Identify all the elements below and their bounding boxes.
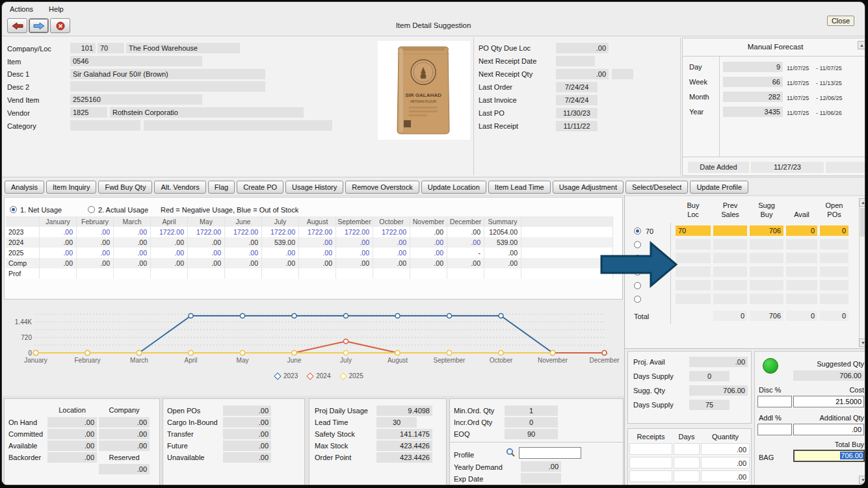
profile-input[interactable]	[519, 447, 581, 459]
buy-cell[interactable]	[786, 280, 817, 290]
usage-cell-empty	[447, 268, 484, 279]
buy-cell[interactable]	[786, 239, 817, 250]
menu-actions[interactable]: Actions	[10, 5, 33, 13]
divider	[625, 348, 865, 349]
net-usage-label[interactable]: 1. Net Usage	[20, 205, 62, 214]
action-button-item-lead-time[interactable]: Item Lead Time	[488, 181, 551, 194]
action-button-alt-vendors[interactable]: Alt. Vendors	[154, 181, 205, 194]
buy-cell[interactable]	[713, 225, 747, 236]
action-button-item-inquiry[interactable]: Item Inquiry	[46, 181, 96, 194]
menu-help[interactable]: Help	[49, 5, 64, 13]
buy-cell[interactable]	[713, 294, 747, 304]
scrollbar-thumb[interactable]	[860, 208, 865, 237]
buy-location-radio[interactable]	[634, 227, 641, 235]
usage-cell: 12054.00	[484, 227, 521, 237]
buy-location-radio[interactable]	[634, 296, 641, 303]
scroll-up-icon[interactable]: ▲	[859, 198, 865, 207]
po-info-field: 7/24/24	[556, 82, 598, 92]
buy-cell[interactable]	[676, 280, 711, 290]
company-field: 101	[70, 43, 96, 53]
buy-cell[interactable]	[676, 294, 711, 304]
inbound-label: Transfer	[167, 430, 194, 439]
action-button-update-profile[interactable]: Update Profile	[690, 181, 748, 194]
usage-row-label: 2025	[6, 248, 40, 258]
search-icon[interactable]	[506, 448, 516, 457]
addl-input[interactable]	[757, 424, 792, 435]
net-usage-radio[interactable]	[10, 206, 17, 213]
buy-cell[interactable]	[676, 266, 711, 277]
usage-cell: .00	[373, 248, 410, 258]
actual-usage-label[interactable]: 2. Actual Usage	[98, 205, 148, 214]
inventory-row-label: Backorder	[8, 453, 41, 462]
po-info-field: .00	[556, 43, 609, 53]
usage-cell: .00	[114, 227, 151, 237]
buy-cell[interactable]	[786, 266, 817, 277]
buy-cell[interactable]: 0	[786, 225, 817, 236]
inventory-panel: LocationCompanyOn Hand.00.00Committed.00…	[4, 398, 160, 485]
cost-input[interactable]: 21.5000	[793, 396, 864, 407]
svg-text:April: April	[184, 357, 197, 364]
buy-cell[interactable]	[713, 266, 747, 277]
inbound-field: .00	[223, 429, 271, 439]
action-button-usage-adjustment[interactable]: Usage Adjustment	[553, 181, 624, 194]
buy-cell[interactable]	[713, 253, 747, 263]
flour-bag-image: SIR GALAHAD ARTISAN FLOUR	[378, 41, 470, 140]
buy-cell[interactable]	[713, 280, 747, 290]
buy-cell[interactable]	[786, 294, 817, 304]
usage-row-label: 2024	[6, 237, 40, 248]
buy-cell[interactable]	[750, 294, 783, 304]
buy-cell[interactable]	[750, 266, 783, 277]
action-button-remove-overstock[interactable]: Remove Overstock	[345, 181, 419, 194]
action-button-create-po[interactable]: Create PO	[237, 181, 283, 194]
close-button[interactable]: Close	[827, 16, 854, 26]
usage-cell: 1722.00	[151, 227, 188, 237]
scroll-up-icon[interactable]: ▲	[858, 41, 865, 49]
usage-column-header: July	[262, 216, 299, 227]
item-number-field: 0546	[70, 56, 202, 66]
stock-field: 9.4098	[376, 405, 432, 416]
buy-cell[interactable]	[786, 253, 817, 263]
buy-cell[interactable]: 706	[750, 225, 783, 236]
action-button-select-deselect[interactable]: Select/Deselect	[625, 181, 688, 194]
buy-cell[interactable]	[713, 239, 747, 250]
usage-cell: .00	[336, 237, 373, 248]
action-button-flag[interactable]: Flag	[208, 181, 235, 194]
buy-cell[interactable]	[676, 253, 711, 263]
buy-cell[interactable]	[820, 294, 848, 304]
usage-cell: .00	[410, 227, 447, 237]
buy-cell[interactable]	[820, 280, 848, 290]
scroll-down-icon[interactable]: ▼	[859, 476, 865, 484]
receipts-cell	[629, 457, 672, 469]
usage-column-header: December	[447, 216, 484, 227]
disc-input[interactable]	[757, 396, 792, 407]
buy-cell[interactable]	[750, 253, 783, 263]
action-button-analysis[interactable]: Analysis	[5, 181, 44, 194]
po-info-label: Next Receipt Qty	[479, 70, 533, 79]
buy-cell[interactable]	[820, 253, 848, 263]
ordering-label: EOQ	[454, 430, 469, 439]
forecast-to-date: - 12/06/25	[816, 94, 843, 103]
usage-cell: .00	[299, 237, 336, 248]
inbound-label: Unavailable	[167, 453, 204, 462]
buy-cell[interactable]: 70	[676, 225, 711, 236]
additional-qty-input[interactable]: .00	[793, 424, 864, 435]
buy-location-radio-label[interactable]: 70	[646, 227, 653, 236]
usage-cell: 1722.00	[225, 227, 262, 237]
buy-cell[interactable]	[676, 239, 711, 250]
usage-column-header: September	[336, 216, 373, 227]
total-buy-input[interactable]: 706.00	[793, 450, 865, 462]
buy-cell[interactable]	[750, 239, 783, 250]
buy-cell[interactable]	[820, 266, 848, 277]
usage-cell: .00	[114, 258, 151, 268]
action-button-fwd-buy-qty[interactable]: Fwd Buy Qty	[98, 181, 152, 194]
buy-cell[interactable]	[820, 239, 848, 250]
date-added-extra-field	[826, 162, 865, 173]
buy-cell[interactable]: 0	[820, 225, 848, 236]
action-button-usage-history[interactable]: Usage History	[285, 181, 343, 194]
actual-usage-radio[interactable]	[88, 206, 95, 213]
buy-cell[interactable]	[750, 280, 783, 290]
action-button-update-location[interactable]: Update Location	[421, 181, 486, 194]
po-info-label: PO Qty Due Loc	[479, 44, 531, 53]
po-info-label: Next Receipt Date	[479, 57, 536, 66]
scroll-down-icon[interactable]: ▼	[859, 339, 865, 347]
